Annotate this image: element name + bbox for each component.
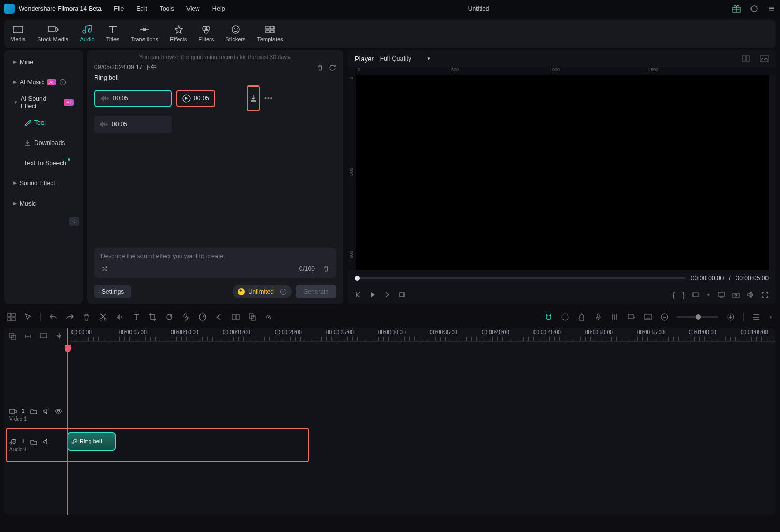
pointer-icon[interactable] [24, 313, 32, 321]
generate-button[interactable]: Generate [296, 285, 336, 298]
folder-icon[interactable] [30, 438, 37, 445]
sidebar-item-mine[interactable]: ▶Mine [7, 53, 80, 71]
sidebar-item-sound-effect[interactable]: ▶Sound Effect [7, 174, 80, 192]
help-icon[interactable]: ? [60, 79, 66, 85]
speed-icon[interactable] [198, 313, 207, 321]
audio-clip-ring-bell[interactable]: Ring bell [67, 432, 116, 451]
copy-icon[interactable] [248, 313, 256, 321]
zoom-out-icon[interactable] [660, 313, 669, 321]
tl-screen-icon[interactable] [39, 332, 48, 340]
quality-dropdown[interactable]: Full Quality ▼ [380, 55, 431, 62]
marker-icon[interactable] [577, 313, 586, 321]
tl-copy-icon[interactable] [8, 332, 17, 340]
help-icon[interactable]: ? [280, 289, 286, 295]
stop-icon[interactable] [398, 291, 406, 298]
tool-filters[interactable]: Filters [198, 25, 214, 42]
circle-icon[interactable] [750, 5, 758, 13]
undo-icon[interactable] [49, 313, 57, 321]
zoom-in-icon[interactable] [727, 313, 735, 321]
tl-link-icon[interactable] [24, 332, 32, 340]
menu-file[interactable]: File [114, 5, 124, 12]
aspect-icon[interactable] [692, 291, 699, 298]
display-icon[interactable] [718, 291, 725, 298]
collapse-sidebar-button[interactable]: ‹ [69, 217, 79, 226]
generation-panel: You can browse the generation records fo… [87, 50, 343, 304]
tool-stickers[interactable]: Stickers [225, 25, 245, 42]
sidebar-item-ai-sound-effect[interactable]: ▼AI Sound EffectAI [7, 93, 80, 111]
audio-track-content[interactable]: Ring bell [67, 428, 776, 462]
menu-dots-icon[interactable] [768, 5, 776, 13]
add-media-icon[interactable] [627, 313, 635, 321]
mute-icon[interactable] [42, 438, 50, 445]
clear-prompt-icon[interactable] [323, 265, 330, 272]
sidebar-item-tool[interactable]: Tool [7, 113, 80, 132]
tool-titles[interactable]: Titles [106, 25, 120, 42]
scrub-slider[interactable] [355, 277, 686, 279]
refresh-icon[interactable] [329, 64, 336, 71]
mixer-icon[interactable] [611, 313, 619, 321]
prev-frame-icon[interactable] [355, 291, 362, 298]
play-clip-button[interactable]: 00:05 [176, 90, 215, 107]
tl-cut-tool-icon[interactable] [55, 332, 63, 340]
preview-canvas[interactable] [356, 75, 769, 270]
tool-templates[interactable]: Templates [257, 25, 283, 42]
list-view-icon[interactable] [752, 313, 760, 321]
mark-in-icon[interactable]: { [673, 291, 675, 298]
download-clip-button[interactable] [247, 85, 260, 111]
sidebar-item-music[interactable]: ▶Music [7, 194, 80, 212]
sidebar-item-ai-music[interactable]: ▶AI MusicAI? [7, 73, 80, 91]
delete-icon[interactable] [82, 313, 91, 321]
compare-icon[interactable] [742, 55, 750, 62]
snapshot-icon[interactable] [732, 291, 740, 298]
chain-icon[interactable] [265, 313, 273, 321]
prompt-box[interactable]: Describe the sound effect you want to cr… [94, 248, 336, 278]
menu-view[interactable]: View [186, 5, 200, 12]
visibility-icon[interactable] [55, 408, 62, 415]
audio-adjust-icon[interactable] [115, 313, 124, 321]
folder-icon[interactable] [30, 408, 37, 415]
video-track-content[interactable] [67, 401, 776, 428]
link-icon[interactable] [182, 313, 190, 321]
info-text: You can browse the generation records fo… [94, 54, 336, 60]
next-frame-icon[interactable] [384, 291, 391, 298]
player-tab[interactable]: Player [355, 55, 374, 63]
shuffle-icon[interactable] [100, 265, 108, 272]
sidebar-item-text-to-speech[interactable]: Text To Speech [7, 154, 80, 172]
menu-help[interactable]: Help [212, 5, 225, 12]
settings-button[interactable]: Settings [94, 285, 131, 298]
gift-icon[interactable] [732, 5, 741, 13]
tool-media[interactable]: Media [10, 25, 26, 42]
clip-chip-1[interactable]: 00:05 [94, 90, 172, 107]
grid-icon[interactable] [7, 313, 16, 321]
volume-icon[interactable] [747, 291, 754, 298]
menu-tools[interactable]: Tools [160, 5, 174, 12]
mic-icon[interactable] [594, 313, 602, 321]
sidebar-item-downloads[interactable]: Downloads [7, 134, 80, 152]
tool-audio[interactable]: Audio [80, 25, 95, 42]
crop-icon[interactable] [149, 313, 157, 321]
redo-icon[interactable] [66, 313, 74, 321]
fullscreen-icon[interactable] [761, 291, 769, 298]
text-icon[interactable] [132, 313, 140, 321]
split-screen-icon[interactable] [232, 313, 240, 321]
more-options-button[interactable]: ••• [264, 94, 273, 103]
mark-out-icon[interactable]: } [682, 291, 685, 298]
mute-icon[interactable] [42, 408, 50, 415]
tool-stock-media[interactable]: Stock Media [37, 25, 69, 42]
magnet-icon[interactable] [544, 313, 553, 321]
trash-icon[interactable] [316, 64, 324, 71]
unlimited-badge[interactable]: Unlimited ? [233, 285, 292, 298]
zoom-slider[interactable] [677, 316, 718, 318]
cut-icon[interactable] [99, 313, 107, 321]
timeline-ruler[interactable]: 00:00:00 00:00:05:00 00:00:10:00 00:00:1… [67, 328, 776, 342]
reverse-icon[interactable] [215, 313, 223, 321]
render-icon[interactable] [561, 313, 569, 321]
rotate-icon[interactable] [165, 313, 174, 321]
image-icon[interactable] [760, 55, 769, 62]
tool-effects[interactable]: Effects [170, 25, 187, 42]
tool-transitions[interactable]: Transitions [131, 25, 158, 42]
clip-chip-2[interactable]: 00:05 [94, 116, 172, 133]
cc-icon[interactable]: CC [644, 313, 652, 321]
menu-edit[interactable]: Edit [136, 5, 147, 12]
play-icon[interactable] [369, 291, 377, 298]
